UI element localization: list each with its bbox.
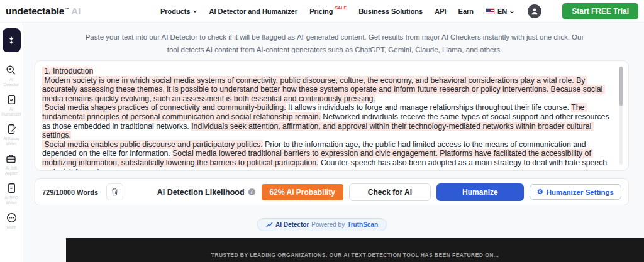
page-content: AIDetector AIHumanizer AI EssayWriter AI… bbox=[0, 22, 644, 262]
sale-badge: SALE bbox=[335, 6, 347, 10]
sidebar-label: AIDetector bbox=[4, 77, 19, 87]
highlighted-text-segment: 1. Introduction bbox=[42, 67, 93, 75]
word-count: 729/10000 Words bbox=[42, 188, 98, 196]
highlighted-text-segment: Social media shapes practices of connect… bbox=[42, 103, 286, 112]
active-tool-tile bbox=[3, 28, 21, 52]
editor-content: 1. Introduction Modern society is one in… bbox=[42, 67, 612, 171]
document-check-icon bbox=[6, 94, 17, 105]
nav-business-solutions[interactable]: Business Solutions bbox=[358, 8, 423, 15]
nav-pricing[interactable]: Pricing SALE bbox=[309, 8, 347, 15]
editor-paragraph: 1. Introduction bbox=[42, 67, 612, 76]
nav-earn[interactable]: Earn bbox=[458, 8, 474, 15]
trusted-by-text: TRUSTED BY LEADING ORGANIZATIONS. OUR AI… bbox=[66, 238, 644, 258]
logo-text: undetectable bbox=[6, 6, 64, 17]
truthscan-detector-label: AI Detector bbox=[275, 221, 309, 228]
settings-label: Humanizer Settings bbox=[547, 188, 614, 196]
sidebar-label: AI JobApplier bbox=[5, 166, 18, 176]
nav-business-label: Business Solutions bbox=[358, 8, 423, 15]
sidebar-item-ai-humanizer[interactable]: AIHumanizer bbox=[1, 94, 21, 117]
person-icon bbox=[530, 7, 539, 16]
nav-earn-label: Earn bbox=[458, 8, 474, 15]
magnifier-plus-icon bbox=[6, 65, 16, 75]
intro-description: Paste your text into our AI Detector to … bbox=[83, 31, 586, 56]
highlighted-text-segment: Social media enables public discourse an… bbox=[42, 140, 263, 149]
humanizer-settings-button[interactable]: ⚙ Humanizer Settings bbox=[530, 184, 621, 200]
sidebar-item-ai-seo-writer[interactable]: AI SEOWriter bbox=[4, 183, 18, 205]
ai-probability-badge: 62% AI Probability bbox=[262, 184, 343, 200]
briefcase-icon bbox=[6, 153, 16, 164]
editor-paragraph: Social media enables public discourse an… bbox=[42, 140, 612, 171]
sidebar-item-ai-job-applier[interactable]: AI JobApplier bbox=[5, 153, 18, 176]
editor-paragraph: Social media shapes practices of connect… bbox=[42, 103, 612, 139]
scrollbar-thumb[interactable] bbox=[619, 67, 623, 106]
trash-icon bbox=[111, 188, 119, 196]
logo[interactable]: undetectable™AI bbox=[6, 6, 80, 17]
highlighted-text-segment: Modern society is one in which social me… bbox=[42, 76, 605, 103]
document-lines-icon bbox=[6, 183, 17, 194]
check-for-ai-button[interactable]: Check for AI bbox=[349, 183, 431, 201]
language-selector[interactable]: EN bbox=[486, 8, 514, 15]
us-flag-icon bbox=[486, 8, 495, 14]
sidebar-label: AI SEOWriter bbox=[4, 195, 18, 205]
language-code: EN bbox=[497, 8, 507, 15]
likelihood-label-group: AI Detection Likelihood i bbox=[157, 188, 255, 197]
sidebar-label: AIHumanizer bbox=[1, 107, 21, 117]
logo-trademark: ™ bbox=[65, 7, 69, 11]
info-icon[interactable]: i bbox=[248, 188, 255, 195]
sidebar-item-home[interactable] bbox=[3, 28, 21, 58]
document-pencil-icon bbox=[6, 124, 17, 134]
nav-products-label: Products bbox=[160, 8, 191, 15]
trusted-by-footer: TRUSTED BY LEADING ORGANIZATIONS. OUR AI… bbox=[66, 238, 644, 262]
detection-toolbar: 729/10000 Words AI Detection Likelihood … bbox=[35, 178, 629, 205]
humanize-button[interactable]: Humanize bbox=[436, 183, 524, 201]
sidebar-label: More bbox=[7, 225, 16, 230]
text-segment: It allows individuals to forge and manag… bbox=[286, 103, 572, 112]
nav-api[interactable]: API bbox=[435, 8, 446, 15]
editor-scrollbar[interactable] bbox=[619, 67, 623, 165]
user-avatar[interactable] bbox=[528, 4, 541, 18]
sidebar-item-ai-detector[interactable]: AIDetector bbox=[4, 65, 19, 87]
text-editor[interactable]: 1. Introduction Modern society is one in… bbox=[35, 60, 629, 171]
top-navigation: undetectable™AI Products AI Detector and… bbox=[0, 0, 644, 22]
tool-sidebar: AIDetector AIHumanizer AI EssayWriter AI… bbox=[0, 23, 23, 262]
sidebar-item-ai-essay-writer[interactable]: AI EssayWriter bbox=[3, 124, 19, 146]
main-nav: Products AI Detector and Humanizer Prici… bbox=[160, 3, 638, 19]
start-free-trial-button[interactable]: Start FREE Trial bbox=[562, 3, 638, 19]
nav-api-label: API bbox=[435, 8, 446, 15]
chart-arrow-icon bbox=[266, 221, 273, 228]
chevron-down-icon bbox=[192, 9, 197, 14]
editor-paragraph: Modern society is one in which social me… bbox=[42, 76, 612, 104]
nav-products[interactable]: Products bbox=[160, 8, 197, 15]
logo-ai-suffix: AI bbox=[71, 6, 80, 17]
nav-ai-detector-humanizer[interactable]: AI Detector and Humanizer bbox=[209, 8, 298, 15]
likelihood-label: AI Detection Likelihood bbox=[157, 188, 245, 197]
gear-icon: ⚙ bbox=[537, 188, 543, 196]
more-ellipsis-icon bbox=[6, 212, 17, 223]
clear-text-button[interactable] bbox=[106, 183, 123, 200]
sidebar-label: AI EssayWriter bbox=[3, 136, 19, 146]
truthscan-powered-label: Powered by bbox=[311, 221, 345, 228]
nav-pricing-label: Pricing bbox=[309, 8, 333, 15]
truthscan-badge[interactable]: AI Detector Powered by TruthScan bbox=[257, 218, 387, 231]
truthscan-brand: TruthScan bbox=[347, 221, 378, 228]
sidebar-item-more[interactable]: More bbox=[6, 212, 17, 230]
logo-mark-icon bbox=[6, 35, 16, 45]
nav-detector-label: AI Detector and Humanizer bbox=[209, 8, 298, 15]
chevron-down-icon bbox=[509, 9, 514, 14]
